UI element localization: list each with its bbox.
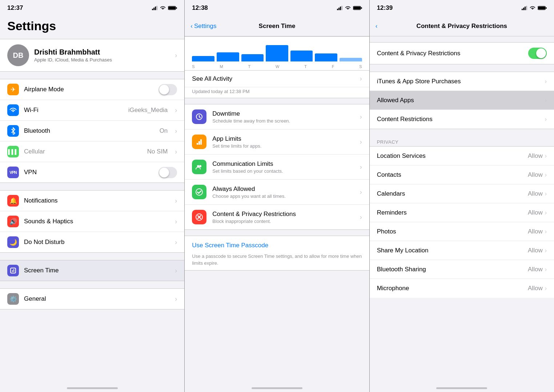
chart-bars — [192, 41, 362, 63]
photos-row[interactable]: Photos Allow › — [370, 222, 554, 241]
airplane-icon: ✈ — [7, 84, 19, 95]
notifications-icon: 🔔 — [7, 195, 19, 207]
svg-rect-2 — [155, 7, 156, 10]
cp-toggle[interactable] — [528, 48, 547, 59]
contentprivacy-row[interactable]: Content & Privacy Restrictions Block ina… — [185, 205, 369, 230]
screentime-row[interactable]: Screen Time › — [0, 260, 184, 281]
chart-day-s: S — [192, 64, 194, 69]
reminders-label: Reminders — [377, 209, 528, 216]
cellular-row[interactable]: ▌▌▌ Cellular No SIM › — [0, 141, 184, 162]
location-row[interactable]: Location Services Allow › — [370, 147, 554, 165]
airplane-toggle[interactable] — [158, 84, 177, 95]
share-location-label: Share My Location — [377, 247, 528, 254]
svg-rect-27 — [525, 7, 526, 10]
vpn-toggle[interactable] — [158, 167, 177, 178]
page-title: Settings — [0, 16, 184, 39]
wifi-chevron: › — [175, 107, 177, 114]
photos-label: Photos — [377, 228, 528, 235]
share-location-row[interactable]: Share My Location Allow › — [370, 241, 554, 260]
status-bar-2: 12:38 — [185, 0, 369, 16]
commlimits-text: Communication Limits Set limits based on… — [212, 160, 354, 174]
applimits-subtitle: Set time limits for apps. — [212, 143, 354, 149]
contentprivacy-icon — [192, 210, 206, 224]
wifi-settings-icon — [7, 104, 19, 116]
bluetooth-sharing-row[interactable]: Bluetooth Sharing Allow › — [370, 260, 554, 279]
status-time-2: 12:38 — [192, 4, 208, 12]
microphone-value: Allow — [528, 285, 543, 292]
share-location-value: Allow — [528, 247, 543, 254]
screentime-nav-title: Screen Time — [259, 23, 296, 30]
microphone-row[interactable]: Microphone Allow › — [370, 279, 554, 298]
bluetooth-sharing-chevron: › — [545, 266, 547, 273]
vpn-icon: VPN — [7, 167, 19, 178]
updated-label: Updated today at 12:38 PM — [185, 87, 369, 98]
reminders-row[interactable]: Reminders Allow › — [370, 203, 554, 222]
sounds-row[interactable]: 🔊 Sounds & Haptics › — [0, 211, 184, 232]
general-row[interactable]: ⚙️ General › — [0, 289, 184, 309]
calendars-row[interactable]: Calendars Allow › — [370, 184, 554, 203]
profile-info: Drishti Brahmbhatt Apple ID, iCloud, Med… — [34, 48, 170, 63]
chart-bar-f — [315, 53, 337, 61]
chart-day-m: M — [220, 64, 223, 69]
cp-nav-title: Content & Privacy Restrictions — [417, 23, 507, 30]
cp-back-button[interactable]: ‹ — [376, 23, 378, 30]
itunes-row[interactable]: iTunes & App Store Purchases › — [370, 72, 554, 91]
contentprivacy-title: Content & Privacy Restrictions — [212, 211, 354, 218]
commlimits-row[interactable]: Communication Limits Set limits based on… — [185, 155, 369, 180]
status-time-1: 12:37 — [7, 4, 23, 12]
content-restrictions-row[interactable]: Content Restrictions › — [370, 110, 554, 129]
svg-rect-18 — [197, 143, 198, 145]
airplane-mode-row[interactable]: ✈ Airplane Mode — [0, 79, 184, 100]
downtime-row[interactable]: Downtime Schedule time away from the scr… — [185, 104, 369, 129]
alwaysallowed-row[interactable]: Always Allowed Choose apps you want at a… — [185, 180, 369, 205]
photos-chevron: › — [545, 228, 547, 235]
bluetooth-sharing-value: Allow — [528, 266, 543, 273]
itunes-chevron: › — [545, 78, 547, 85]
back-chevron: ‹ — [190, 23, 193, 30]
status-time-3: 12:39 — [377, 4, 393, 12]
see-all-row[interactable]: See All Activity › Updated today at 12:3… — [185, 71, 369, 98]
alwaysallowed-subtitle: Choose apps you want at all times. — [212, 193, 354, 199]
applimits-row[interactable]: App Limits Set time limits for apps. › — [185, 129, 369, 155]
allowed-apps-row[interactable]: Allowed Apps › — [370, 91, 554, 110]
alwaysallowed-title: Always Allowed — [212, 185, 354, 193]
cp-back-chevron: ‹ — [376, 23, 378, 30]
dnd-chevron: › — [175, 239, 177, 246]
battery-icon-2 — [353, 6, 362, 10]
passcode-link[interactable]: Use Screen Time Passcode — [192, 242, 362, 249]
profile-row[interactable]: DB Drishti Brahmbhatt Apple ID, iCloud, … — [0, 39, 184, 72]
bluetooth-sharing-label: Bluetooth Sharing — [377, 266, 528, 273]
back-label: Settings — [194, 23, 216, 30]
wifi-value: iGeeks_Media — [128, 107, 168, 114]
svg-rect-9 — [13, 269, 14, 272]
home-indicator-2 — [252, 387, 302, 389]
back-button[interactable]: ‹ Settings — [190, 23, 216, 30]
bluetooth-row[interactable]: Bluetooth On › — [0, 121, 184, 141]
general-chevron: › — [175, 295, 177, 303]
vpn-row[interactable]: VPN VPN — [0, 162, 184, 183]
chart-bar-m — [217, 52, 239, 61]
chart-day-t2: T — [304, 64, 307, 69]
passcode-section: Use Screen Time Passcode Use a passcode … — [185, 236, 369, 271]
svg-rect-5 — [176, 7, 177, 9]
status-bar-3: 12:39 — [370, 0, 554, 16]
downtime-text: Downtime Schedule time away from the scr… — [212, 110, 354, 124]
chart-bar-t2 — [290, 51, 313, 61]
svg-rect-3 — [156, 6, 157, 10]
svg-rect-12 — [340, 7, 341, 10]
contacts-row[interactable]: Contacts Allow › — [370, 165, 554, 184]
chart-bar-s2 — [340, 58, 362, 61]
applimits-chevron: › — [360, 138, 362, 146]
screentime-panel: 12:38 ‹ Settings Screen Time S M T W — [184, 0, 369, 392]
chart-day-f: F — [332, 64, 334, 69]
microphone-chevron: › — [545, 285, 547, 292]
wifi-icon-2 — [345, 6, 351, 10]
bluetooth-label: Bluetooth — [24, 127, 154, 135]
itunes-label: iTunes & App Store Purchases — [377, 78, 545, 85]
battery-icon-3 — [538, 6, 547, 10]
wifi-row[interactable]: Wi-Fi iGeeks_Media › — [0, 100, 184, 121]
dnd-row[interactable]: 🌙 Do Not Disturb › — [0, 232, 184, 252]
notifications-row[interactable]: 🔔 Notifications › — [0, 191, 184, 211]
signal-icon-3 — [522, 6, 527, 10]
signal-icon-2 — [337, 6, 343, 10]
